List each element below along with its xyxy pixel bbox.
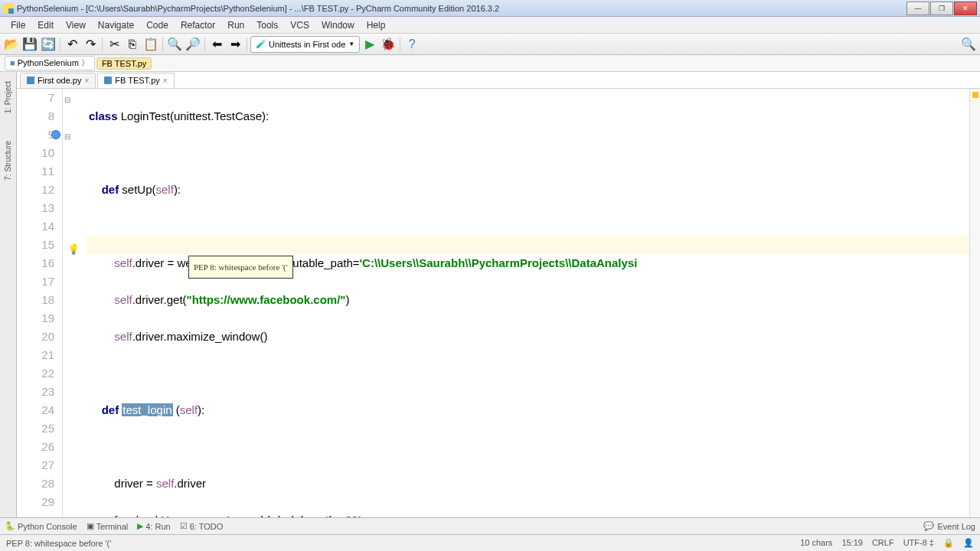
status-chars: 10 chars — [800, 538, 832, 548]
tool-bar: 📂 💾 🔄 ↶ ↷ ✂ ⎘ 📋 🔍 🔎 ⬅ ➡ 🧪 Unittests in F… — [0, 34, 980, 55]
menu-file[interactable]: File — [5, 18, 31, 32]
menu-view[interactable]: View — [60, 18, 92, 32]
search-everywhere-icon[interactable]: 🔍 — [960, 36, 977, 53]
title-bar: PythonSelenium - [C:\Users\Saurabh\Pycha… — [0, 0, 980, 17]
forward-icon[interactable]: ➡ — [227, 36, 243, 53]
file-tabs: First ode.py × FB TEST.py × — [17, 72, 980, 89]
minimize-button[interactable]: — — [906, 2, 929, 15]
open-icon[interactable]: 📂 — [3, 36, 20, 53]
pycharm-icon — [3, 3, 14, 14]
warning-marker[interactable] — [972, 92, 978, 98]
run-icon[interactable]: ▶ — [361, 36, 378, 53]
breakpoint-icon[interactable] — [51, 130, 60, 139]
lock-icon[interactable]: 🔒 — [943, 538, 954, 548]
paste-icon[interactable]: 📋 — [142, 36, 159, 53]
replace-icon[interactable]: 🔎 — [185, 36, 201, 53]
fold-icon[interactable]: ⊟ — [64, 91, 70, 109]
help-icon[interactable]: ? — [403, 36, 420, 53]
close-tab-icon[interactable]: × — [163, 77, 168, 85]
gutter-icons: 💡 ⊟ ⊟ — [63, 89, 86, 517]
close-tab-icon[interactable]: × — [84, 77, 89, 85]
breadcrumb-project[interactable]: ■ PythonSelenium 〉 — [5, 56, 95, 70]
save-icon[interactable]: 💾 — [21, 36, 38, 53]
tab-first-ode[interactable]: First ode.py × — [20, 73, 96, 88]
redo-icon[interactable]: ↷ — [82, 36, 99, 53]
terminal-tab[interactable]: ▣ Terminal — [87, 521, 129, 531]
menu-navigate[interactable]: Navigate — [92, 18, 140, 32]
run-config-selector[interactable]: 🧪 Unittests in First ode ▼ — [250, 36, 360, 53]
status-caret-pos[interactable]: 15:19 — [841, 538, 863, 548]
menu-help[interactable]: Help — [361, 18, 392, 32]
copy-icon[interactable]: ⎘ — [124, 36, 141, 53]
run-config-label: Unittests in First ode — [269, 40, 345, 49]
status-eol[interactable]: CRLF — [872, 538, 894, 548]
cut-icon[interactable]: ✂ — [106, 36, 122, 53]
menu-window[interactable]: Window — [315, 18, 361, 32]
project-tab[interactable]: 1: Project — [2, 75, 14, 119]
back-icon[interactable]: ⬅ — [208, 36, 225, 53]
window-controls: — ❐ ✕ — [906, 2, 977, 15]
nav-bar: ■ PythonSelenium 〉 FB TEST.py — [0, 55, 980, 72]
menu-run[interactable]: Run — [221, 18, 250, 32]
fold-icon[interactable]: ⊟ — [64, 128, 70, 146]
bottom-tool-tabs: 🐍 Python Console ▣ Terminal ▶ 4: Run ☑ 6… — [0, 517, 980, 534]
menu-tools[interactable]: Tools — [250, 18, 284, 32]
left-tool-tabs: 1: Project 7: Structure — [0, 72, 17, 517]
editor-zone: First ode.py × FB TEST.py × 7 8 9 10 11 … — [17, 72, 980, 517]
selected-text: test_login — [122, 403, 172, 416]
menu-bar: File Edit View Navigate Code Refactor Ru… — [0, 17, 980, 34]
undo-icon[interactable]: ↶ — [64, 36, 80, 53]
run-tab[interactable]: ▶ 4: Run — [137, 521, 170, 531]
code-text[interactable]: class LoginTest(unittest.TestCase): def … — [86, 89, 969, 517]
python-console-tab[interactable]: 🐍 Python Console — [5, 521, 77, 531]
python-file-icon — [104, 77, 112, 84]
status-encoding[interactable]: UTF-8 ‡ — [903, 538, 934, 548]
status-message: PEP 8: whitespace before '(' — [6, 539, 111, 548]
find-icon[interactable]: 🔍 — [166, 36, 183, 53]
code-editor[interactable]: 7 8 9 10 11 12 13 14 15 16 17 18 19 20 2… — [17, 89, 980, 517]
maximize-button[interactable]: ❐ — [930, 2, 953, 15]
hector-icon[interactable]: 👤 — [963, 538, 974, 548]
intention-bulb-icon[interactable]: 💡 — [67, 240, 80, 259]
structure-tab[interactable]: 7: Structure — [2, 135, 14, 187]
line-number-gutter: 7 8 9 10 11 12 13 14 15 16 17 18 19 20 2… — [17, 89, 63, 517]
menu-refactor[interactable]: Refactor — [175, 18, 221, 32]
python-file-icon — [27, 77, 34, 84]
menu-code[interactable]: Code — [140, 18, 175, 32]
menu-edit[interactable]: Edit — [31, 18, 60, 32]
close-button[interactable]: ✕ — [954, 2, 977, 15]
debug-icon[interactable]: 🐞 — [380, 36, 397, 53]
todo-tab[interactable]: ☑ 6: TODO — [180, 521, 224, 531]
sync-icon[interactable]: 🔄 — [40, 36, 57, 53]
status-bar: PEP 8: whitespace before '(' 10 chars 15… — [0, 534, 980, 551]
content-area: 1: Project 7: Structure First ode.py × F… — [0, 72, 980, 517]
window-title: PythonSelenium - [C:\Users\Saurabh\Pycha… — [17, 4, 499, 13]
breadcrumb-file[interactable]: FB TEST.py — [96, 57, 152, 70]
menu-vcs[interactable]: VCS — [284, 18, 315, 32]
event-log-tab[interactable]: 💬 Event Log — [923, 521, 975, 531]
error-stripe[interactable] — [969, 89, 980, 517]
inspection-tooltip: PEP 8: whitespace before '(' — [188, 256, 293, 279]
tab-fb-test[interactable]: FB TEST.py × — [97, 73, 174, 88]
